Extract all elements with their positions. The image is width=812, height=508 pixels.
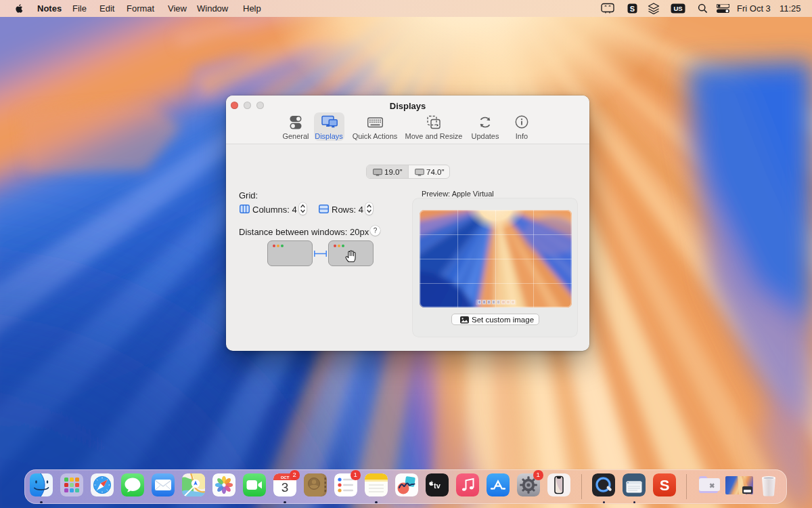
svg-text:US: US — [673, 5, 682, 12]
svg-text:S: S — [630, 5, 635, 13]
svg-text:3: 3 — [281, 480, 289, 494]
svg-text:tv: tv — [434, 482, 441, 490]
svg-text:OCT: OCT — [281, 475, 290, 479]
svg-text:S: S — [660, 477, 670, 494]
